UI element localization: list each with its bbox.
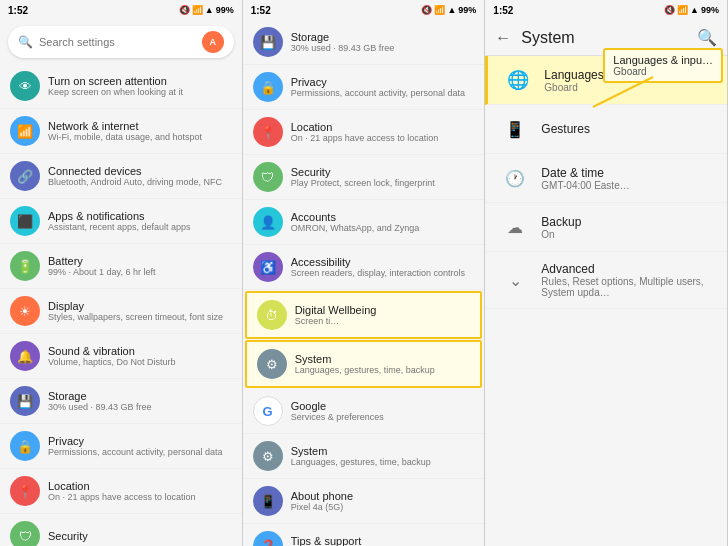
status-icons-2: 🔇 📶 ▲ 99%: [421, 5, 476, 15]
icon-connected-devices: 🔗: [10, 161, 40, 191]
icon-sound: 🔔: [10, 341, 40, 371]
system-icon-gestures: 📱: [501, 115, 529, 143]
icon2-privacy2: 🔒: [253, 72, 283, 102]
title2-location2: Location: [291, 121, 475, 133]
subtitle-screen-attention: Keep screen on when looking at it: [48, 87, 232, 97]
setting-item2-storage2[interactable]: 💾 Storage 30% used · 89.43 GB free: [243, 20, 485, 65]
title-location: Location: [48, 480, 232, 492]
text2-system-highlight: System Languages, gestures, time, backup: [295, 353, 471, 375]
settings-list-2: 💾 Storage 30% used · 89.43 GB free 🔒 Pri…: [243, 20, 485, 546]
setting-item2-system-highlight[interactable]: ⚙ System Languages, gestures, time, back…: [245, 340, 483, 388]
icon2-system2: ⚙: [253, 441, 283, 471]
wifi-icon-3: ▲: [690, 5, 699, 15]
setting-item-screen-attention[interactable]: 👁 Turn on screen attention Keep screen o…: [0, 64, 242, 109]
setting-item-privacy[interactable]: 🔒 Privacy Permissions, account activity,…: [0, 424, 242, 469]
battery-icon-2: 99%: [458, 5, 476, 15]
search-bar-1[interactable]: 🔍 A: [8, 26, 234, 58]
setting-item-battery[interactable]: 🔋 Battery 99% · About 1 day, 6 hr left: [0, 244, 242, 289]
system-list: 🌐 Languages & input Gboard 📱 Gestures 🕐 …: [485, 56, 727, 546]
title-privacy: Privacy: [48, 435, 232, 447]
time-1: 1:52: [8, 5, 28, 16]
settings-list-1: 👁 Turn on screen attention Keep screen o…: [0, 64, 242, 546]
setting-item-apps[interactable]: ⬛ Apps & notifications Assistant, recent…: [0, 199, 242, 244]
text2-system2: System Languages, gestures, time, backup: [291, 445, 475, 467]
system-icon-languages: 🌐: [504, 66, 532, 94]
subtitle-network: Wi‑Fi, mobile, data usage, and hotspot: [48, 132, 232, 142]
status-bar-2: 1:52 🔇 📶 ▲ 99%: [243, 0, 485, 20]
system-title-backup: Backup: [541, 215, 711, 229]
status-bar-1: 1:52 🔇 📶 ▲ 99%: [0, 0, 242, 20]
setting-item2-location2[interactable]: 📍 Location On · 21 apps have access to l…: [243, 110, 485, 155]
system-item-datetime[interactable]: 🕐 Date & time GMT-04:00 Easte…: [485, 154, 727, 203]
title-apps: Apps & notifications: [48, 210, 232, 222]
avatar-1[interactable]: A: [202, 31, 224, 53]
system-icon-datetime: 🕐: [501, 164, 529, 192]
icon2-accounts: 👤: [253, 207, 283, 237]
setting-item-storage[interactable]: 💾 Storage 30% used · 89.43 GB free: [0, 379, 242, 424]
search-icon-1: 🔍: [18, 35, 33, 49]
setting-item2-tips[interactable]: ❓ Tips & support Help articles, phone & …: [243, 524, 485, 546]
setting-item2-digital-wellbeing[interactable]: ⏱ Digital Wellbeing Screen ti…: [245, 291, 483, 339]
text-sound: Sound & vibration Volume, haptics, Do No…: [48, 345, 232, 367]
setting-item2-accounts[interactable]: 👤 Accounts OMRON, WhatsApp, and Zynga: [243, 200, 485, 245]
title2-google: Google: [291, 400, 475, 412]
panel-1: 1:52 🔇 📶 ▲ 99% 🔍 A 👁 Turn on screen atte…: [0, 0, 243, 546]
title2-accounts: Accounts: [291, 211, 475, 223]
setting-item-security[interactable]: 🛡 Security: [0, 514, 242, 546]
setting-item-sound[interactable]: 🔔 Sound & vibration Volume, haptics, Do …: [0, 334, 242, 379]
search-icon-3[interactable]: 🔍: [697, 28, 717, 47]
icon2-digital-wellbeing: ⏱: [257, 300, 287, 330]
text-privacy: Privacy Permissions, account activity, p…: [48, 435, 232, 457]
setting-item-network[interactable]: 📶 Network & internet Wi‑Fi, mobile, data…: [0, 109, 242, 154]
icon2-accessibility: ♿: [253, 252, 283, 282]
system-icon-advanced: ⌄: [501, 266, 529, 294]
setting-item2-google[interactable]: G Google Services & preferences: [243, 389, 485, 434]
battery-icon: 99%: [216, 5, 234, 15]
subtitle-battery: 99% · About 1 day, 6 hr left: [48, 267, 232, 277]
setting-item2-about[interactable]: 📱 About phone Pixel 4a (5G): [243, 479, 485, 524]
text2-accounts: Accounts OMRON, WhatsApp, and Zynga: [291, 211, 475, 233]
setting-item2-system2[interactable]: ⚙ System Languages, gestures, time, back…: [243, 434, 485, 479]
title2-privacy2: Privacy: [291, 76, 475, 88]
system-item-advanced[interactable]: ⌄ Advanced Rules, Reset options, Multipl…: [485, 252, 727, 309]
system-item-backup[interactable]: ☁ Backup On: [485, 203, 727, 252]
battery-icon-3: 99%: [701, 5, 719, 15]
setting-item-connected-devices[interactable]: 🔗 Connected devices Bluetooth, Android A…: [0, 154, 242, 199]
title2-digital-wellbeing: Digital Wellbeing: [295, 304, 471, 316]
text2-location2: Location On · 21 apps have access to loc…: [291, 121, 475, 143]
mute-icon-2: 🔇: [421, 5, 432, 15]
text-display: Display Styles, wallpapers, screen timeo…: [48, 300, 232, 322]
text-screen-attention: Turn on screen attention Keep screen on …: [48, 75, 232, 97]
text-battery: Battery 99% · About 1 day, 6 hr left: [48, 255, 232, 277]
title2-tips: Tips & support: [291, 535, 475, 546]
subtitle-display: Styles, wallpapers, screen timeout, font…: [48, 312, 232, 322]
icon-apps: ⬛: [10, 206, 40, 236]
text2-storage2: Storage 30% used · 89.43 GB free: [291, 31, 475, 53]
subtitle2-accounts: OMRON, WhatsApp, and Zynga: [291, 223, 475, 233]
setting-item2-privacy2[interactable]: 🔒 Privacy Permissions, account activity,…: [243, 65, 485, 110]
subtitle2-digital-wellbeing: Screen ti…: [295, 316, 471, 326]
title-connected-devices: Connected devices: [48, 165, 232, 177]
panel3-title: System: [521, 29, 697, 47]
setting-item-display[interactable]: ☀ Display Styles, wallpapers, screen tim…: [0, 289, 242, 334]
icon-screen-attention: 👁: [10, 71, 40, 101]
title-security: Security: [48, 530, 232, 542]
text2-privacy2: Privacy Permissions, account activity, p…: [291, 76, 475, 98]
signal-icon: 📶: [192, 5, 203, 15]
system-title-languages: Languages & input: [544, 68, 711, 82]
subtitle2-location2: On · 21 apps have access to location: [291, 133, 475, 143]
text2-security2: Security Play Protect, screen lock, fing…: [291, 166, 475, 188]
system-subtitle-backup: On: [541, 229, 711, 240]
subtitle2-storage2: 30% used · 89.43 GB free: [291, 43, 475, 53]
subtitle2-privacy2: Permissions, account activity, personal …: [291, 88, 475, 98]
setting-item-location[interactable]: 📍 Location On · 21 apps have access to l…: [0, 469, 242, 514]
system-title-gestures: Gestures: [541, 122, 711, 136]
system-title-datetime: Date & time: [541, 166, 711, 180]
back-button[interactable]: ←: [495, 29, 511, 47]
search-input-1[interactable]: [39, 36, 202, 48]
system-item-gestures[interactable]: 📱 Gestures: [485, 105, 727, 154]
setting-item2-security2[interactable]: 🛡 Security Play Protect, screen lock, fi…: [243, 155, 485, 200]
system-item-languages[interactable]: 🌐 Languages & input Gboard: [485, 56, 727, 105]
setting-item2-accessibility[interactable]: ♿ Accessibility Screen readers, display,…: [243, 245, 485, 290]
system-text-advanced: Advanced Rules, Reset options, Multiple …: [541, 262, 711, 298]
